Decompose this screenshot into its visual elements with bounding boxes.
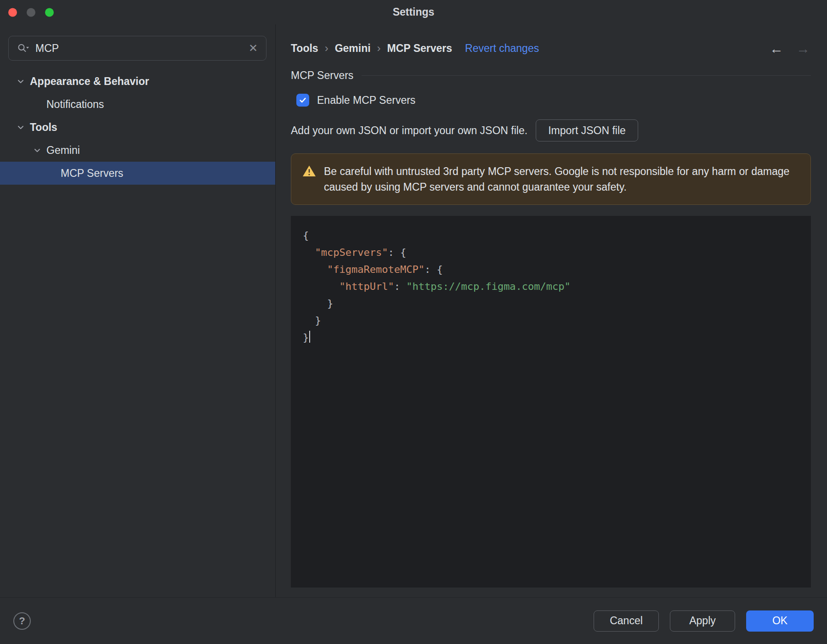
code-line: } — [303, 295, 799, 312]
enable-mcp-label[interactable]: Enable MCP Servers — [317, 94, 415, 107]
enable-mcp-row: Enable MCP Servers — [296, 94, 811, 107]
revert-changes-link[interactable]: Revert changes — [465, 42, 539, 55]
code-line: } — [303, 329, 799, 346]
warning-banner: Be careful with untrusted 3rd party MCP … — [291, 153, 811, 205]
settings-sidebar: ✕ Appearance & Behavior Notifications To… — [0, 24, 276, 597]
import-json-text: Add your own JSON or import your own JSO… — [291, 124, 527, 137]
section-title: MCP Servers — [291, 69, 353, 82]
titlebar: Settings — [0, 0, 827, 24]
breadcrumb-gemini[interactable]: Gemini — [335, 42, 371, 55]
search-input[interactable] — [35, 42, 243, 55]
text-cursor — [309, 331, 310, 343]
sidebar-item-label: Tools — [30, 121, 57, 134]
breadcrumb-separator: › — [377, 42, 381, 55]
code-line: "figmaRemoteMCP": { — [303, 261, 799, 278]
settings-search-field[interactable]: ✕ — [8, 36, 266, 61]
code-line: { — [303, 227, 799, 244]
settings-main-panel: Tools › Gemini › MCP Servers Revert chan… — [276, 24, 827, 597]
warning-text: Be careful with untrusted 3rd party MCP … — [324, 164, 799, 195]
history-nav: ← → — [770, 41, 810, 56]
chevron-down-icon[interactable] — [16, 122, 26, 132]
chevron-down-icon[interactable] — [16, 76, 26, 86]
settings-tree: Appearance & Behavior Notifications Tool… — [0, 70, 275, 185]
chevron-down-icon[interactable] — [32, 145, 42, 155]
import-json-row: Add your own JSON or import your own JSO… — [291, 119, 811, 141]
breadcrumb-mcp-servers[interactable]: MCP Servers — [387, 42, 453, 55]
json-editor-code: { "mcpServers": { "figmaRemoteMCP": { "h… — [303, 227, 799, 346]
section-divider — [362, 75, 811, 76]
sidebar-item-tools[interactable]: Tools — [0, 116, 275, 139]
apply-button[interactable]: Apply — [670, 610, 735, 632]
clear-search-icon[interactable]: ✕ — [249, 43, 258, 54]
enable-mcp-checkbox[interactable] — [296, 94, 309, 107]
cancel-button[interactable]: Cancel — [594, 610, 659, 632]
breadcrumb-separator: › — [325, 42, 329, 55]
search-icon[interactable] — [17, 43, 29, 54]
import-json-file-button[interactable]: Import JSON file — [536, 119, 638, 141]
code-line: "httpUrl": "https://mcp.figma.com/mcp" — [303, 278, 799, 295]
json-editor[interactable]: { "mcpServers": { "figmaRemoteMCP": { "h… — [291, 216, 811, 588]
footer-buttons: Cancel Apply OK — [594, 610, 814, 632]
forward-arrow-icon[interactable]: → — [796, 41, 810, 56]
sidebar-item-label: Gemini — [46, 144, 80, 157]
help-button[interactable]: ? — [13, 612, 31, 630]
sidebar-item-appearance-behavior[interactable]: Appearance & Behavior — [0, 70, 275, 93]
sidebar-item-notifications[interactable]: Notifications — [0, 93, 275, 116]
sidebar-item-mcp-servers[interactable]: MCP Servers — [0, 162, 275, 185]
sidebar-item-gemini[interactable]: Gemini — [0, 139, 275, 162]
breadcrumb: Tools › Gemini › MCP Servers Revert chan… — [291, 41, 811, 56]
back-arrow-icon[interactable]: ← — [770, 41, 783, 56]
code-line: } — [303, 312, 799, 329]
window-title: Settings — [0, 0, 827, 24]
warning-icon — [302, 165, 316, 195]
sidebar-item-label: Notifications — [46, 98, 104, 111]
ok-button[interactable]: OK — [746, 610, 814, 632]
sidebar-item-label: Appearance & Behavior — [30, 75, 149, 88]
code-line: "mcpServers": { — [303, 244, 799, 261]
section-header: MCP Servers — [291, 69, 811, 82]
breadcrumb-tools[interactable]: Tools — [291, 42, 318, 55]
dialog-footer: ? Cancel Apply OK — [0, 597, 827, 644]
sidebar-item-label: MCP Servers — [61, 167, 123, 180]
